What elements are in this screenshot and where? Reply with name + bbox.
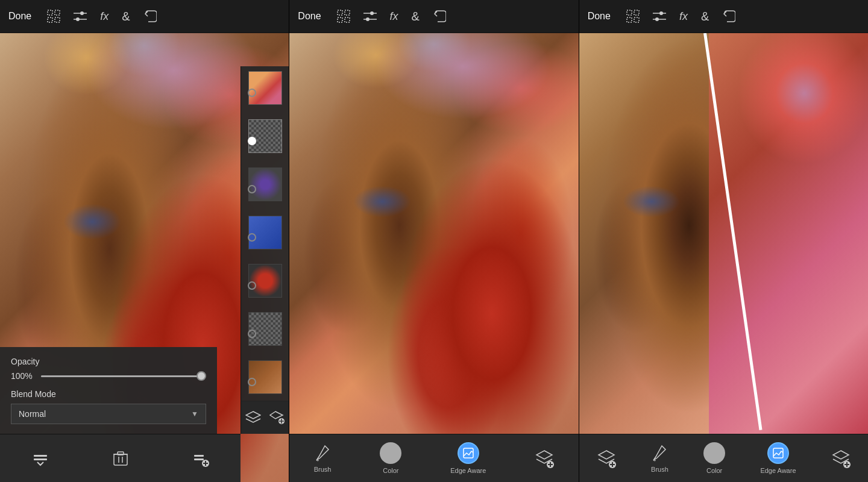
layer-thumb-6[interactable] xyxy=(247,312,284,355)
edge-aware-circle xyxy=(458,442,479,464)
panel-2: Done fx & Brush Color xyxy=(289,0,578,482)
panel-3-bottom: Brush Color Edge Aware xyxy=(579,434,868,482)
selection-icon-2[interactable] xyxy=(337,10,350,23)
color-label: Color xyxy=(383,467,398,474)
undo-icon-3[interactable] xyxy=(722,10,735,23)
svg-point-7 xyxy=(76,17,80,21)
svg-rect-1 xyxy=(55,10,60,15)
layer-thumb-5[interactable] xyxy=(247,264,284,307)
eye-makeup-1 xyxy=(63,204,121,240)
layer-thumb-1[interactable] xyxy=(247,71,284,114)
svg-rect-15 xyxy=(194,455,204,457)
layers-bottom-icons xyxy=(241,401,289,434)
panel-3: Done fx & xyxy=(579,0,868,482)
svg-rect-3 xyxy=(55,17,60,22)
sliders-icon-3[interactable] xyxy=(653,11,666,22)
layer-radio-3[interactable] xyxy=(248,185,256,193)
fx-icon-1[interactable]: fx xyxy=(100,10,108,23)
layer-img-5 xyxy=(248,264,282,298)
svg-rect-10 xyxy=(114,454,127,465)
selection-icon-3[interactable] xyxy=(626,10,640,23)
layer-radio-2[interactable] xyxy=(248,137,256,145)
edge-aware-label-3: Edge Aware xyxy=(760,467,796,474)
layer-img-2 xyxy=(248,119,282,153)
layer-radio-5[interactable] xyxy=(248,281,256,290)
layer-thumb-4[interactable] xyxy=(247,216,284,259)
layer-img-6 xyxy=(248,312,282,346)
layer-thumb-2[interactable] xyxy=(247,119,284,163)
layer-radio-1[interactable] xyxy=(248,89,256,97)
layer-radio-7[interactable] xyxy=(248,378,256,386)
svg-rect-16 xyxy=(194,459,204,460)
fx-icon-2[interactable]: fx xyxy=(390,10,398,23)
svg-marker-46 xyxy=(599,451,614,459)
svg-marker-20 xyxy=(246,412,260,419)
layer-thumb-7[interactable] xyxy=(247,360,284,404)
svg-rect-39 xyxy=(634,10,639,15)
layers-add-left-button-3[interactable] xyxy=(597,449,616,468)
sliders-icon-2[interactable] xyxy=(363,11,377,22)
svg-rect-0 xyxy=(48,10,52,15)
opacity-row: 100% xyxy=(11,371,206,381)
opacity-slider-thumb[interactable] xyxy=(197,371,206,381)
panel-1: Done fx & xyxy=(0,0,289,482)
done-button-3[interactable]: Done xyxy=(588,11,611,22)
layers-add-tool-button-2[interactable] xyxy=(535,449,554,468)
layers-down-button[interactable] xyxy=(28,446,52,471)
toolbar-2: Done fx & xyxy=(289,0,578,33)
svg-marker-21 xyxy=(270,412,283,419)
opacity-label: Opacity xyxy=(11,357,206,366)
svg-point-32 xyxy=(366,17,370,21)
color-circle-3 xyxy=(703,442,725,464)
brush-tool-button[interactable]: Brush xyxy=(314,443,332,473)
panel-2-bottom: Brush Color Edge Aware xyxy=(289,434,578,482)
svg-rect-33 xyxy=(464,448,473,458)
layer-radio-4[interactable] xyxy=(248,233,256,242)
opacity-slider-track[interactable] xyxy=(41,375,206,377)
layers-add-small-button[interactable] xyxy=(265,405,289,430)
toolbar-3: Done fx & xyxy=(579,0,868,33)
ampersand-icon-1[interactable]: & xyxy=(122,10,130,23)
layer-img-1 xyxy=(248,71,282,105)
undo-icon-2[interactable] xyxy=(433,10,446,23)
edge-aware-tool-button-3[interactable]: Edge Aware xyxy=(760,442,796,474)
trash-button[interactable] xyxy=(108,446,133,471)
done-button-2[interactable]: Done xyxy=(298,11,321,22)
color-tool-button-3[interactable]: Color xyxy=(703,442,725,474)
svg-point-43 xyxy=(659,11,663,15)
layer-radio-6[interactable] xyxy=(248,330,256,338)
svg-point-5 xyxy=(80,11,84,15)
svg-rect-26 xyxy=(345,10,350,15)
ampersand-icon-2[interactable]: & xyxy=(412,10,420,23)
svg-rect-25 xyxy=(338,10,342,15)
svg-rect-28 xyxy=(345,17,350,22)
svg-rect-27 xyxy=(338,17,342,22)
layer-thumb-3[interactable] xyxy=(247,167,284,211)
layer-img-7 xyxy=(248,360,282,394)
selection-icon-1[interactable] xyxy=(47,10,60,23)
svg-rect-38 xyxy=(627,10,632,15)
color-tool-button[interactable]: Color xyxy=(380,442,401,474)
blend-mode-select[interactable]: Normal ▼ xyxy=(11,404,206,424)
svg-point-45 xyxy=(655,17,659,21)
fx-icon-3[interactable]: fx xyxy=(679,10,688,23)
paint-layer-2 xyxy=(289,33,578,254)
edge-aware-tool-button[interactable]: Edge Aware xyxy=(450,442,486,474)
layers-stack-button[interactable] xyxy=(241,405,265,430)
opacity-blend-panel: Opacity 100% Blend Mode Normal ▼ xyxy=(0,347,217,434)
done-button-1[interactable]: Done xyxy=(8,11,31,22)
canvas-area-3[interactable] xyxy=(579,33,868,434)
layer-img-3 xyxy=(248,167,282,201)
undo-icon-1[interactable] xyxy=(143,10,157,23)
svg-rect-9 xyxy=(34,459,47,460)
svg-rect-8 xyxy=(34,455,47,457)
svg-rect-2 xyxy=(48,17,52,22)
svg-marker-34 xyxy=(536,451,552,459)
layers-add-button-p1[interactable] xyxy=(189,446,213,471)
layers-add-right-button-3[interactable] xyxy=(831,449,851,468)
sliders-icon-1[interactable] xyxy=(74,11,87,22)
opacity-value: 100% xyxy=(11,371,35,381)
canvas-area-2[interactable] xyxy=(289,33,578,434)
brush-tool-button-3[interactable]: Brush xyxy=(651,443,668,473)
ampersand-icon-3[interactable]: & xyxy=(701,10,709,23)
